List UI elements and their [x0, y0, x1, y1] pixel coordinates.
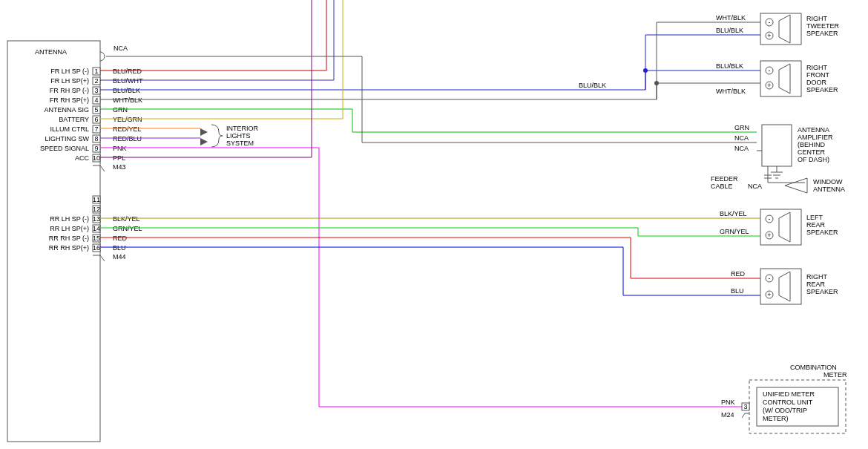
svg-text:INTERIOR: INTERIOR [226, 125, 259, 132]
svg-text:BLK/YEL: BLK/YEL [113, 215, 140, 223]
wire-blu-blk [100, 35, 760, 90]
svg-text:COMBINATION: COMBINATION [790, 364, 837, 371]
svg-text:WHT/BLK: WHT/BLK [716, 88, 746, 95]
svg-text:14: 14 [93, 225, 100, 232]
svg-text:15: 15 [93, 235, 100, 242]
svg-text:+: + [767, 232, 771, 239]
svg-text:METER): METER) [763, 415, 789, 422]
svg-text:4: 4 [94, 96, 98, 104]
svg-text:-: - [769, 215, 771, 223]
svg-text:3: 3 [743, 403, 747, 410]
svg-text:GRN: GRN [113, 106, 128, 114]
svg-text:REAR: REAR [806, 221, 826, 229]
svg-text:11: 11 [93, 196, 100, 203]
svg-rect-102 [760, 209, 801, 245]
svg-rect-75 [760, 13, 801, 45]
svg-text:7: 7 [94, 125, 98, 133]
svg-text:WINDOW: WINDOW [813, 178, 843, 186]
svg-text:NCA: NCA [734, 134, 749, 142]
wire-red [100, 237, 760, 278]
feeder-cable-label: FEEDER [711, 175, 738, 183]
sig-1: FR LH SP (-) [50, 68, 89, 75]
svg-text:CENTER: CENTER [798, 148, 826, 156]
svg-text:PNK: PNK [113, 145, 127, 152]
wire-blu [100, 247, 760, 295]
svg-text:OF DASH): OF DASH) [798, 156, 829, 163]
conn-m44: M44 [113, 253, 126, 260]
svg-text:RR LH SP(+): RR LH SP(+) [50, 225, 89, 232]
svg-text:NCA: NCA [748, 183, 762, 190]
svg-text:-: - [769, 67, 771, 74]
svg-text:PNK: PNK [721, 399, 735, 406]
svg-point-65 [654, 81, 659, 85]
combination-meter: COMBINATION METER UNIFIED METER CONTROL … [721, 364, 847, 433]
svg-text:-: - [769, 19, 771, 26]
svg-text:RIGHT: RIGHT [806, 64, 828, 71]
svg-text:LEFT: LEFT [806, 214, 823, 221]
svg-text:2: 2 [94, 77, 98, 85]
svg-text:(BEHIND: (BEHIND [798, 141, 826, 148]
svg-text:SPEED SIGNAL: SPEED SIGNAL [40, 145, 89, 152]
svg-text:BLU/BLK: BLU/BLK [716, 27, 743, 34]
svg-text:BLU/BLK: BLU/BLK [579, 82, 606, 89]
svg-text:1: 1 [94, 68, 98, 75]
svg-text:6: 6 [94, 116, 98, 123]
svg-text:UNIFIED METER: UNIFIED METER [763, 390, 815, 398]
svg-text:CONTROL UNIT: CONTROL UNIT [763, 399, 813, 406]
svg-text:AMPLIFIER: AMPLIFIER [798, 134, 833, 141]
svg-text:BLU: BLU [731, 287, 744, 295]
svg-text:BLK/YEL: BLK/YEL [720, 210, 747, 217]
svg-text:LIGHTS: LIGHTS [226, 132, 251, 140]
svg-text:-: - [769, 275, 771, 282]
svg-text:DOOR: DOOR [806, 79, 827, 86]
svg-text:ACC: ACC [75, 154, 90, 162]
right-front-door-speaker: - + RIGHTFRONTDOORSPEAKER [760, 61, 838, 96]
svg-text:SPEAKER: SPEAKER [806, 86, 838, 94]
svg-text:RR RH SP (-): RR RH SP (-) [49, 235, 89, 242]
svg-text:GRN/YEL: GRN/YEL [113, 225, 142, 232]
svg-text:12: 12 [93, 206, 100, 213]
svg-text:ILLUM CTRL: ILLUM CTRL [50, 125, 89, 133]
svg-text:SPEAKER: SPEAKER [806, 288, 838, 295]
svg-text:REAR: REAR [806, 281, 826, 288]
svg-text:BLU/BLK: BLU/BLK [113, 87, 140, 94]
svg-text:WHT/BLK: WHT/BLK [716, 14, 746, 22]
svg-text:16: 16 [93, 244, 100, 252]
wire-wht-blk [100, 22, 760, 99]
antenna-amplifier: ANTENNAAMPLIFIER(BEHINDCENTEROF DASH) [762, 125, 833, 183]
wire-pnk [100, 148, 749, 407]
svg-text:RED/YEL: RED/YEL [113, 125, 142, 133]
svg-text:WHT/BLK: WHT/BLK [113, 96, 142, 104]
svg-text:BLU/WHT: BLU/WHT [113, 77, 143, 85]
svg-text:FR RH SP(+): FR RH SP(+) [50, 96, 89, 104]
nca-coax: NCA [114, 45, 128, 52]
svg-text:13: 13 [93, 215, 100, 223]
svg-text:BLU/BLK: BLU/BLK [716, 62, 743, 70]
svg-text:RR RH SP(+): RR RH SP(+) [49, 244, 89, 252]
interior-lights-system: INTERIOR LIGHTS SYSTEM [200, 125, 259, 147]
svg-text:+: + [767, 291, 771, 298]
svg-text:RED/BLU: RED/BLU [113, 135, 142, 142]
color-1: BLU/RED [113, 68, 142, 75]
left-rear-speaker: - + LEFTREARSPEAKER [760, 209, 838, 245]
connector-a: FR LH SP (-) 1 BLU/RED FR LH SP(+) 2 BLU… [40, 68, 143, 171]
svg-text:CABLE: CABLE [711, 183, 733, 190]
svg-text:SYSTEM: SYSTEM [226, 140, 254, 147]
svg-text:SPEAKER: SPEAKER [806, 229, 838, 236]
svg-text:SPEAKER: SPEAKER [806, 30, 838, 37]
svg-rect-92 [762, 125, 792, 166]
svg-text:3: 3 [94, 87, 98, 94]
svg-text:GRN/YEL: GRN/YEL [720, 228, 749, 235]
svg-text:PPL: PPL [113, 154, 125, 162]
wire-blu-red [100, 0, 326, 71]
svg-text:BATTERY: BATTERY [59, 116, 89, 123]
svg-text:TWEETER: TWEETER [806, 22, 839, 30]
right-tweeter-speaker: - + RIGHTTWEETERSPEAKER [760, 13, 839, 45]
svg-text:BLU: BLU [113, 244, 126, 252]
svg-text:+: + [767, 32, 771, 39]
svg-text:ANTENNA SIG: ANTENNA SIG [44, 106, 89, 114]
svg-text:9: 9 [94, 145, 98, 152]
svg-text:LIGHTING SW: LIGHTING SW [45, 135, 89, 142]
svg-rect-110 [760, 269, 801, 304]
svg-text:GRN: GRN [734, 124, 749, 131]
